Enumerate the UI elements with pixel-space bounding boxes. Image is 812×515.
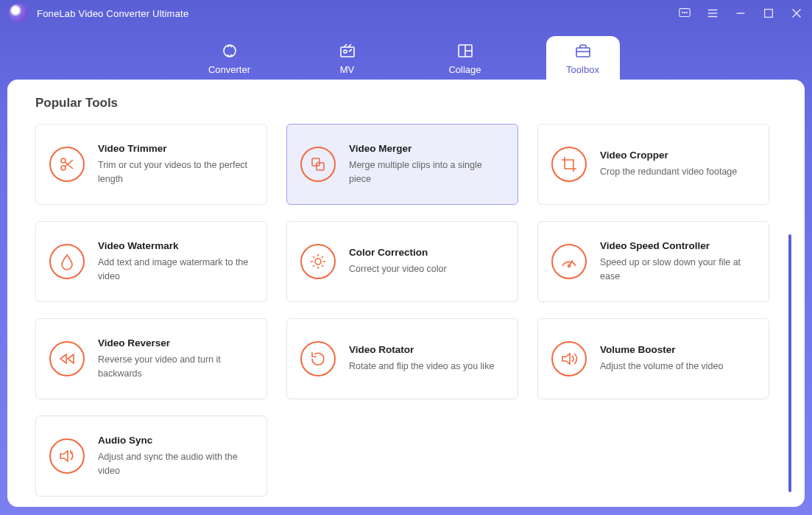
- svg-point-20: [61, 166, 66, 170]
- section-title: Popular Tools: [35, 96, 805, 111]
- svg-line-32: [322, 256, 323, 258]
- svg-line-30: [313, 256, 314, 258]
- svg-line-31: [322, 265, 323, 267]
- maximize-button[interactable]: [762, 7, 775, 20]
- tool-title: Video Speed Controller: [600, 240, 757, 251]
- tool-title: Video Watermark: [98, 240, 255, 251]
- tool-title: Color Correction: [349, 247, 506, 258]
- gauge-icon: [551, 244, 587, 279]
- feedback-icon[interactable]: [678, 7, 691, 20]
- titlebar: FoneLab Video Converter Ultimate: [0, 0, 812, 27]
- nav-label: Collage: [448, 64, 481, 75]
- layers-icon: [300, 147, 336, 182]
- tool-desc: Add text and image watermark to the vide…: [98, 256, 255, 282]
- tool-card-video-watermark[interactable]: Video Watermark Add text and image water…: [35, 221, 267, 302]
- tool-desc: Reverse your video and turn it backwards: [98, 353, 255, 379]
- tool-title: Audio Sync: [98, 435, 255, 446]
- minimize-button[interactable]: [734, 7, 747, 20]
- titlebar-controls: [678, 7, 803, 20]
- nav-tab-converter[interactable]: Converter: [193, 36, 266, 80]
- rewind-icon: [49, 341, 85, 376]
- scrollbar[interactable]: [788, 234, 791, 492]
- rotate-icon: [300, 341, 336, 376]
- svg-rect-12: [341, 47, 354, 57]
- menu-icon[interactable]: [706, 7, 719, 20]
- main-nav: Converter MV Collage Toolbox: [0, 25, 812, 80]
- app-title: FoneLab Video Converter Ultimate: [37, 8, 188, 19]
- tool-desc: Crop the redundant video footage: [600, 165, 757, 178]
- svg-point-2: [684, 13, 685, 13]
- content-panel: Popular Tools Video Trimmer Trim or cut …: [7, 80, 805, 507]
- tool-grid: Video Trimmer Trim or cut your videos to…: [35, 124, 805, 497]
- svg-point-3: [686, 13, 687, 13]
- tool-card-video-reverser[interactable]: Video Reverser Reverse your video and tu…: [35, 318, 267, 399]
- tool-desc: Trim or cut your videos to the perfect l…: [98, 158, 255, 185]
- tool-card-volume-booster[interactable]: Volume Booster Adjust the volume of the …: [537, 318, 769, 399]
- svg-marker-38: [562, 354, 570, 364]
- tool-title: Volume Booster: [600, 344, 757, 355]
- tool-title: Video Reverser: [98, 337, 255, 348]
- tool-title: Video Merger: [349, 143, 506, 154]
- tool-title: Video Cropper: [600, 150, 757, 161]
- svg-marker-37: [68, 354, 74, 363]
- crop-icon: [551, 147, 587, 182]
- svg-rect-8: [765, 10, 773, 18]
- svg-rect-24: [317, 163, 324, 170]
- nav-tab-toolbox[interactable]: Toolbox: [546, 36, 620, 80]
- drop-icon: [49, 244, 85, 279]
- tool-title: Video Rotator: [349, 344, 506, 355]
- scissors-icon: [49, 147, 85, 182]
- svg-point-11: [224, 45, 236, 57]
- svg-rect-17: [576, 48, 590, 57]
- tool-card-color-correction[interactable]: Color Correction Correct your video colo…: [286, 221, 518, 302]
- svg-point-1: [682, 13, 683, 13]
- tool-desc: Adjust and sync the audio with the video: [98, 450, 255, 477]
- tool-desc: Speed up or slow down your file at ease: [600, 256, 757, 282]
- svg-marker-39: [60, 451, 68, 461]
- sun-icon: [300, 244, 336, 279]
- volume-icon: [551, 341, 587, 376]
- tool-card-video-speed-controller[interactable]: Video Speed Controller Speed up or slow …: [537, 221, 769, 302]
- nav-tab-collage[interactable]: Collage: [428, 36, 502, 80]
- svg-point-13: [344, 50, 347, 53]
- sync-icon: [49, 438, 85, 474]
- tool-card-video-cropper[interactable]: Video Cropper Crop the redundant video f…: [537, 124, 769, 205]
- tool-card-audio-sync[interactable]: Audio Sync Adjust and sync the audio wit…: [35, 416, 267, 497]
- tool-card-video-merger[interactable]: Video Merger Merge multiple clips into a…: [286, 124, 518, 205]
- svg-rect-23: [312, 158, 319, 166]
- nav-tab-mv[interactable]: MV: [311, 36, 384, 80]
- tool-title: Video Trimmer: [98, 143, 255, 154]
- svg-marker-36: [60, 354, 66, 363]
- svg-point-19: [61, 158, 66, 163]
- tool-desc: Correct your video color: [349, 262, 506, 276]
- svg-point-25: [315, 259, 321, 264]
- tool-card-video-trimmer[interactable]: Video Trimmer Trim or cut your videos to…: [35, 124, 267, 205]
- tool-desc: Rotate and flip the video as you like: [349, 360, 506, 373]
- nav-label: MV: [340, 64, 355, 75]
- svg-line-33: [313, 265, 314, 267]
- tool-desc: Merge multiple clips into a single piece: [349, 158, 506, 185]
- nav-label: Converter: [208, 64, 250, 75]
- close-button[interactable]: [790, 7, 803, 20]
- app-logo-icon: [9, 4, 28, 23]
- nav-label: Toolbox: [566, 64, 599, 75]
- tool-card-video-rotator[interactable]: Video Rotator Rotate and flip the video …: [286, 318, 518, 399]
- tool-desc: Adjust the volume of the video: [600, 360, 757, 373]
